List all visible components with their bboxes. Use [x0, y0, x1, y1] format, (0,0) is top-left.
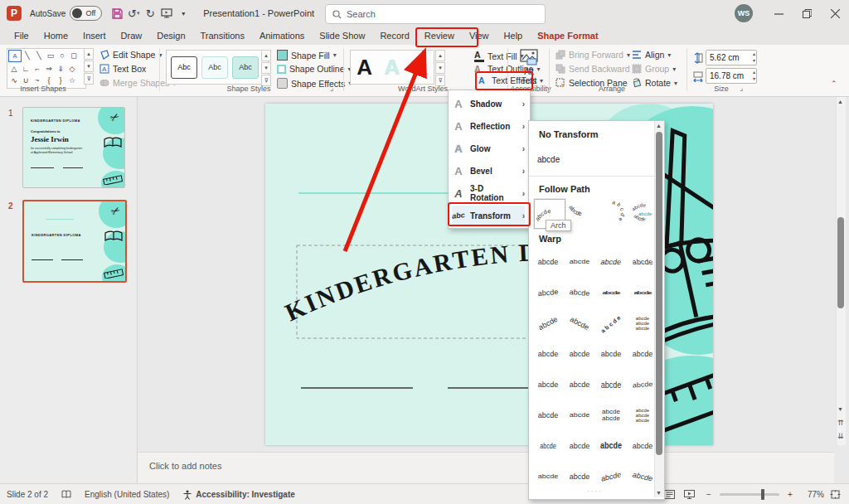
submenu-scroll-down-icon[interactable]: ▼ — [656, 490, 662, 496]
warp-wave-1[interactable]: abcde — [597, 342, 625, 366]
shape-gallery[interactable]: A ╲ ╲ ▭ ○ ◻ △ ∟ ⌐ ⇒ ⇓ ◇ ∿ ∪ ~ { } ☆ — [7, 48, 86, 89]
shape-width-input[interactable]: 16.78 cm▴▾ — [706, 68, 757, 84]
elbow-shape-icon[interactable]: ∟ — [20, 63, 32, 74]
zoom-out-button[interactable]: − — [700, 486, 718, 502]
accessibility-status-button[interactable]: Accessibility: Investigate — [176, 490, 302, 500]
size-dialog-launcher[interactable]: ⌟ — [740, 84, 743, 92]
submenu-scroll-up-icon[interactable]: ▲ — [656, 123, 662, 128]
warp-can-down[interactable]: abcde — [565, 342, 594, 366]
warp-fade-left[interactable]: abcde — [628, 434, 657, 458]
customize-toolbar-icon[interactable]: ▾ — [175, 5, 192, 22]
rectangle-shape-icon[interactable]: ▭ — [45, 50, 56, 61]
warp-deflate[interactable]: abcde — [628, 372, 657, 396]
wordart-style-2[interactable]: A — [385, 56, 400, 78]
slide-2-thumbnail[interactable]: KINDERGARTEN DIPLOMA ✂ — [22, 200, 127, 283]
redo-icon[interactable]: ↻ — [142, 5, 158, 22]
menu-item-transform[interactable]: abcTransform› — [452, 206, 525, 225]
avatar[interactable]: WS — [735, 4, 753, 22]
slideshow-view-button[interactable] — [680, 486, 698, 502]
shape-style-3[interactable]: Abc — [232, 56, 259, 79]
menu-item-3d-rotation[interactable]: A3-D Rotation› — [452, 183, 525, 203]
warp-deflate-inflate-deflate[interactable]: abcde — [565, 434, 594, 458]
tab-help[interactable]: Help — [497, 29, 531, 42]
warp-ring-inside[interactable]: abcde — [597, 287, 625, 299]
tab-shape-format[interactable]: Shape Format — [530, 29, 605, 42]
close-button[interactable] — [821, 2, 849, 25]
warp-fade-right[interactable]: abcde — [597, 432, 625, 461]
zoom-level[interactable]: 77% — [801, 490, 824, 499]
submenu-scrollbar[interactable]: ▲ ▼ — [654, 121, 664, 497]
diamond-shape-icon[interactable]: ◇ — [66, 63, 78, 74]
tab-insert[interactable]: Insert — [75, 29, 114, 42]
zoom-slider[interactable] — [720, 493, 779, 496]
tab-home[interactable]: Home — [36, 29, 75, 42]
powerpoint-app-icon[interactable]: P — [7, 6, 22, 21]
arrow-shape-icon[interactable]: ╲ — [33, 50, 45, 61]
scroll-up-icon[interactable]: ▲ — [837, 99, 843, 104]
triangle-shape-icon[interactable]: △ — [8, 63, 20, 74]
warp-chevron-up[interactable]: abcde — [594, 250, 628, 274]
tab-file[interactable]: File — [7, 29, 36, 42]
warp-double-wave-2[interactable]: abcde — [565, 372, 594, 397]
fit-slide-to-window-button[interactable] — [826, 486, 844, 502]
warp-circle-pour[interactable]: abcde — [592, 305, 629, 342]
warp-triangle-down[interactable]: abcde — [565, 252, 594, 272]
warp-curve-up[interactable]: abcde — [533, 279, 563, 307]
wordart-style-1[interactable]: A — [357, 56, 372, 78]
shape-outline-button[interactable]: Shape Outline▾ — [277, 64, 352, 74]
tab-design[interactable]: Design — [149, 29, 192, 42]
autosave-toggle[interactable]: Off — [70, 6, 102, 21]
edit-shape-button[interactable]: Edit Shape▾ — [99, 50, 162, 60]
tab-transitions[interactable]: Transitions — [193, 29, 252, 42]
save-icon[interactable] — [109, 5, 125, 22]
follow-path-circle[interactable]: abcde — [597, 199, 627, 227]
warp-deflate-inflate[interactable]: abcde — [536, 434, 559, 458]
main-scrollbar[interactable]: ▲ ▼ ⇈ ⇊ — [836, 97, 846, 445]
submenu-scrollbar-thumb[interactable] — [656, 132, 662, 455]
search-input[interactable]: Search — [325, 4, 546, 24]
ellipse-shape-icon[interactable]: ○ — [56, 50, 68, 61]
menu-item-bevel[interactable]: ABevel› — [452, 161, 525, 181]
align-button[interactable]: Align▾ — [632, 50, 671, 60]
next-slide-button[interactable]: ⇊ — [837, 432, 844, 440]
tab-review[interactable]: Review — [417, 29, 462, 42]
warp-double-wave-1[interactable]: abcde — [534, 372, 562, 397]
tab-record[interactable]: Record — [372, 29, 416, 42]
warp-fade-up[interactable]: abcde — [534, 467, 562, 487]
slide-1-thumbnail[interactable]: KINDERGARTEN DIPLOMA Congratulations to … — [22, 107, 125, 188]
menu-item-shadow[interactable]: AShadow› — [452, 94, 525, 114]
shape-style-2[interactable]: Abc — [201, 56, 228, 79]
menu-item-reflection[interactable]: AReflection› — [452, 116, 525, 136]
warp-arch-up-pour[interactable]: abcde — [530, 306, 566, 341]
menu-item-glow[interactable]: AGlow› — [452, 138, 525, 158]
shape-styles-dialog-launcher[interactable]: ⌟ — [330, 84, 333, 92]
language-button[interactable]: English (United States) — [78, 490, 176, 499]
line-shape-icon[interactable]: ╲ — [22, 50, 33, 61]
collapse-ribbon-icon[interactable]: ⌃ — [831, 80, 837, 88]
corner-shape-icon[interactable]: ⌐ — [32, 63, 43, 74]
warp-fade-down[interactable]: abcde — [565, 464, 594, 489]
wordart-style-3[interactable]: A — [412, 56, 428, 78]
tab-view[interactable]: View — [462, 29, 497, 42]
warp-curve-down[interactable]: abcde — [565, 279, 594, 307]
shape-gallery-scroll[interactable]: ▴▾⊽ — [84, 48, 94, 85]
right-arrow-shape-icon[interactable]: ⇒ — [43, 63, 55, 74]
tab-animations[interactable]: Animations — [252, 29, 312, 42]
warp-can-up[interactable]: abcde — [534, 342, 562, 366]
shape-height-input[interactable]: 5.62 cm▴▾ — [706, 50, 757, 65]
minimize-button[interactable] — [764, 2, 793, 25]
shape-fill-button[interactable]: Shape Fill▾ — [277, 50, 337, 61]
spell-check-button[interactable] — [55, 490, 78, 499]
shape-style-scroll[interactable]: ▴▾⊽ — [261, 50, 271, 86]
main-scrollbar-thumb[interactable] — [837, 217, 844, 308]
warp-wave-2[interactable]: abcde — [628, 342, 657, 366]
zoom-slider-thumb[interactable] — [761, 489, 764, 500]
rounded-rect-shape-icon[interactable]: ◻ — [68, 50, 80, 61]
no-transform-option[interactable]: abcde — [537, 148, 579, 171]
wordart-scroll[interactable]: ▴▾⊽ — [435, 50, 445, 86]
tab-draw[interactable]: Draw — [114, 29, 150, 42]
scroll-down-icon[interactable]: ▼ — [837, 406, 843, 412]
warp-triangle-up[interactable]: abcde — [534, 250, 562, 274]
restore-button[interactable] — [793, 2, 821, 25]
submenu-resize-handle[interactable]: ···· — [587, 487, 603, 495]
